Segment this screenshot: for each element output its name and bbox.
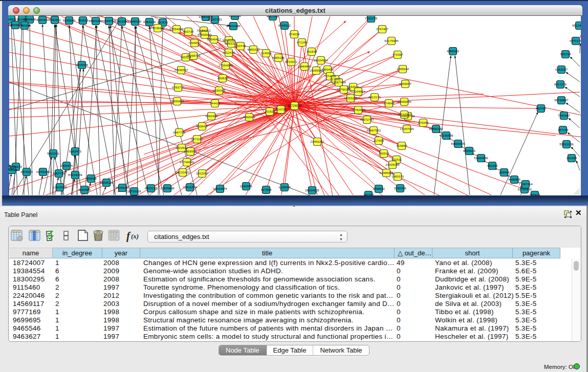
svg-text:93534874: 93534874	[213, 187, 227, 190]
svg-text:49972787: 49972787	[360, 118, 374, 121]
svg-text:08760385: 08760385	[337, 87, 351, 91]
svg-text:7204653: 7204653	[188, 41, 201, 45]
svg-text:6155940: 6155940	[63, 18, 76, 22]
svg-text:71093248: 71093248	[343, 96, 358, 100]
svg-text:474367: 474367	[393, 53, 403, 56]
svg-text:480831: 480831	[217, 76, 228, 80]
svg-text:21465840: 21465840	[397, 100, 411, 103]
svg-text:482366: 482366	[487, 164, 498, 167]
svg-text:8148932: 8148932	[278, 24, 291, 27]
svg-text:537672: 537672	[158, 20, 168, 24]
svg-text:86850142: 86850142	[429, 127, 443, 130]
svg-text:55812236: 55812236	[559, 142, 574, 146]
svg-text:4627048: 4627048	[267, 16, 279, 18]
svg-text:351823: 351823	[265, 110, 275, 113]
svg-text:4008427: 4008427	[196, 124, 209, 128]
svg-text:2691669: 2691669	[229, 16, 242, 17]
svg-text:0564139: 0564139	[143, 20, 156, 24]
svg-text:299468: 299468	[499, 170, 510, 174]
svg-text:21024994: 21024994	[314, 58, 328, 62]
svg-text:431611: 431611	[391, 158, 402, 161]
svg-text:17187026: 17187026	[400, 127, 414, 130]
svg-text:51484656: 51484656	[474, 156, 488, 160]
svg-text:8637940: 8637940	[36, 18, 49, 21]
svg-text:8317278: 8317278	[554, 82, 567, 86]
svg-text:26204505: 26204505	[305, 188, 319, 192]
svg-text:12411824: 12411824	[183, 185, 197, 189]
svg-text:314919: 314919	[261, 51, 272, 55]
svg-text:361832: 361832	[307, 50, 317, 53]
svg-text:3315098: 3315098	[76, 63, 89, 67]
svg-text:3872624: 3872624	[20, 170, 33, 173]
svg-text:81693406: 81693406	[451, 142, 465, 145]
svg-text:17464887: 17464887	[297, 64, 312, 68]
svg-text:1436349: 1436349	[213, 89, 226, 92]
svg-text:5430391: 5430391	[18, 24, 31, 27]
svg-text:95134332: 95134332	[572, 24, 581, 27]
svg-text:0379176: 0379176	[570, 39, 581, 42]
svg-text:1869993: 1869993	[184, 149, 197, 153]
svg-text:95931034: 95931034	[89, 19, 103, 23]
svg-text:4436995: 4436995	[508, 178, 521, 181]
svg-text:12567468: 12567468	[332, 80, 346, 84]
svg-text:62386922: 62386922	[379, 171, 394, 174]
svg-text:40196556: 40196556	[439, 134, 453, 137]
svg-text:3695944: 3695944	[397, 67, 409, 71]
svg-text:21456232: 21456232	[310, 140, 324, 143]
svg-text:104332: 104332	[8, 17, 17, 21]
svg-text:4896383: 4896383	[447, 49, 460, 53]
svg-text:893734: 893734	[183, 30, 194, 33]
svg-text:82175946: 82175946	[384, 39, 399, 42]
svg-text:8613171: 8613171	[368, 95, 381, 99]
svg-text:471349: 471349	[297, 40, 308, 44]
svg-text:35346247: 35346247	[115, 186, 129, 189]
svg-text:1969379: 1969379	[391, 174, 404, 178]
svg-text:1338908: 1338908	[24, 17, 36, 21]
svg-text:7498941: 7498941	[243, 115, 256, 119]
svg-text:f: f	[126, 230, 131, 242]
svg-text:8425135: 8425135	[145, 186, 158, 190]
svg-text:33754330: 33754330	[517, 187, 532, 191]
svg-text:8835615: 8835615	[463, 149, 476, 152]
svg-text:31781080: 31781080	[36, 170, 50, 173]
svg-text:76036690: 76036690	[150, 26, 165, 30]
svg-text:231665: 231665	[567, 156, 577, 160]
svg-text:9169985: 9169985	[78, 188, 91, 191]
svg-text:427868: 427868	[261, 188, 272, 191]
svg-text:974034: 974034	[289, 32, 300, 36]
svg-text:4966319: 4966319	[247, 48, 260, 51]
svg-text:6542351: 6542351	[49, 18, 61, 21]
svg-text:73782639: 73782639	[351, 108, 365, 112]
svg-text:0163287: 0163287	[555, 68, 568, 71]
svg-text:13619399: 13619399	[53, 185, 67, 189]
svg-text:9912419: 9912419	[223, 51, 235, 54]
svg-text:6783777: 6783777	[172, 85, 185, 89]
svg-text:6409097: 6409097	[399, 82, 412, 85]
svg-text:70656272: 70656272	[197, 29, 211, 32]
svg-text:104709: 104709	[276, 107, 287, 111]
svg-text:27354549: 27354549	[219, 63, 233, 67]
svg-text:106513: 106513	[8, 168, 17, 171]
svg-text:3164752: 3164752	[103, 19, 116, 23]
svg-text:270289: 270289	[418, 121, 429, 124]
svg-text:7743487: 7743487	[558, 114, 571, 117]
svg-text:781618: 781618	[78, 18, 89, 22]
svg-text:58867533: 58867533	[366, 128, 381, 132]
svg-text:67749649: 67749649	[180, 160, 194, 164]
svg-text:217459: 217459	[374, 139, 384, 142]
svg-text:(x): (x)	[131, 232, 139, 240]
svg-text:24005045: 24005045	[385, 163, 400, 166]
svg-text:3158692: 3158692	[373, 187, 385, 190]
svg-text:78856855: 78856855	[170, 99, 184, 103]
svg-text:95798687: 95798687	[554, 98, 569, 102]
svg-text:2606474: 2606474	[60, 164, 73, 167]
svg-text:3747407: 3747407	[376, 27, 389, 31]
svg-text:465787: 465787	[536, 106, 547, 110]
svg-text:3990490: 3990490	[321, 68, 334, 71]
svg-text:67054668: 67054668	[169, 27, 184, 31]
svg-text:53419283: 53419283	[115, 19, 129, 23]
svg-text:6716572: 6716572	[285, 60, 298, 63]
svg-text:87234309: 87234309	[68, 173, 82, 177]
svg-text:936763: 936763	[560, 52, 571, 56]
svg-text:88208121: 88208121	[99, 181, 114, 184]
